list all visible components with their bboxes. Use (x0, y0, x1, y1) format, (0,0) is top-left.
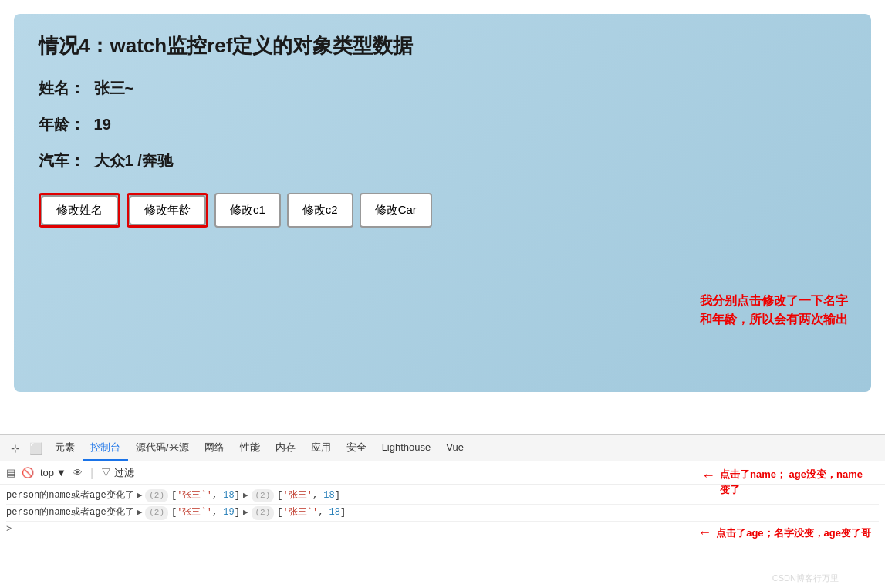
annotation2-text: 点击了age；名字没变，age变了哥 (716, 525, 871, 541)
annotation1-text: 点击了name； age没变，name变了 (720, 467, 871, 497)
modify-c2-button[interactable]: 修改c2 (287, 193, 353, 228)
modify-c1-button[interactable]: 修改c1 (214, 193, 281, 228)
tab-application[interactable]: 应用 (303, 436, 339, 461)
eye-icon[interactable]: 👁 (73, 467, 83, 478)
console-line2-arrow2[interactable]: ▶ (243, 506, 248, 520)
console-line1-count1: (2) (145, 489, 168, 503)
console-line1-arr2: ['张三', 18] (277, 488, 340, 503)
console-line1-arrow2[interactable]: ▶ (243, 489, 248, 503)
buttons-row: 修改姓名 修改年龄 修改c1 修改c2 修改Car (39, 193, 846, 228)
card-title: 情况4：watch监控ref定义的对象类型数据 (39, 32, 846, 59)
tab-console[interactable]: 控制台 (83, 436, 128, 461)
inspect-icon[interactable]: ⊹ (6, 442, 25, 455)
console-line2-arr2: ['张三`', 18] (277, 505, 346, 520)
tab-sources[interactable]: 源代码/来源 (128, 436, 197, 461)
annotation2-arrow-icon: ← (698, 522, 711, 543)
console-prompt-icon: > (6, 522, 12, 537)
console-line2-count1: (2) (145, 506, 168, 520)
modify-car-button[interactable]: 修改Car (360, 193, 432, 228)
tab-vue[interactable]: Vue (438, 437, 471, 459)
devtools-panel: ⊹ ⬜ 元素 控制台 源代码/来源 网络 性能 内存 应用 安全 Lightho… (0, 434, 885, 588)
tab-lighthouse[interactable]: Lighthouse (374, 437, 439, 459)
console-line-2: person的name或者age变化了 ▶ (2) ['张三`', 19] ▶ … (6, 505, 879, 522)
tab-network[interactable]: 网络 (197, 436, 232, 461)
modify-age-button[interactable]: 修改年龄 (129, 195, 206, 225)
console-line2-arr1: ['张三`', 19] (171, 505, 240, 520)
name-value: 张三~ (94, 79, 134, 96)
annotation1-arrow-icon: ← (701, 465, 715, 486)
tab-memory[interactable]: 内存 (268, 436, 303, 461)
btn2-highlight-wrapper: 修改年龄 (127, 193, 208, 228)
car-value: 大众1 /奔驰 (94, 152, 173, 169)
device-icon[interactable]: ⬜ (25, 442, 47, 455)
console-annotation-1: ← 点击了name； age没变，name变了 (701, 467, 871, 497)
devtools-tabs-bar: ⊹ ⬜ 元素 控制台 源代码/来源 网络 性能 内存 应用 安全 Lightho… (0, 435, 885, 461)
console-line2-count2: (2) (252, 506, 275, 520)
name-label: 姓名： (39, 79, 85, 96)
age-value: 19 (94, 116, 111, 133)
separator: | (90, 466, 93, 480)
watermark: CSDN博客行万里 (772, 573, 839, 584)
top-dropdown[interactable]: top ▼ (40, 467, 66, 478)
main-card: 情况4：watch监控ref定义的对象类型数据 姓名： 张三~ 年龄： 19 汽… (14, 14, 871, 392)
clear-icon[interactable]: 🚫 (22, 467, 34, 478)
tab-security[interactable]: 安全 (339, 436, 374, 461)
filter-label: ▽ 过滤 (101, 466, 134, 480)
age-row: 年龄： 19 (39, 114, 846, 135)
modify-name-button[interactable]: 修改姓名 (41, 195, 118, 225)
console-line2-label: person的name或者age变化了 (6, 505, 134, 520)
card-annotation: 我分别点击修改了一下名字 和年龄，所以会有两次输出 (700, 292, 848, 329)
console-line1-count2: (2) (252, 489, 275, 503)
name-row: 姓名： 张三~ (39, 78, 846, 99)
sidebar-toggle-icon[interactable]: ▤ (6, 467, 15, 478)
console-line2-arrow1[interactable]: ▶ (137, 506, 143, 520)
tab-elements[interactable]: 元素 (47, 436, 83, 461)
console-line1-label: person的name或者age变化了 (6, 488, 134, 503)
tab-performance[interactable]: 性能 (232, 436, 268, 461)
car-label: 汽车： (39, 152, 85, 169)
console-line1-arrow1[interactable]: ▶ (137, 489, 143, 503)
age-label: 年龄： (39, 116, 85, 133)
console-annotation-2: ← 点击了age；名字没变，age变了哥 (698, 522, 871, 543)
btn1-highlight-wrapper: 修改姓名 (39, 193, 120, 228)
car-row: 汽车： 大众1 /奔驰 (39, 150, 846, 171)
top-label: top (40, 467, 54, 478)
dropdown-arrow-icon: ▼ (56, 467, 66, 478)
console-line1-arr1: ['张三`', 18] (171, 488, 240, 503)
